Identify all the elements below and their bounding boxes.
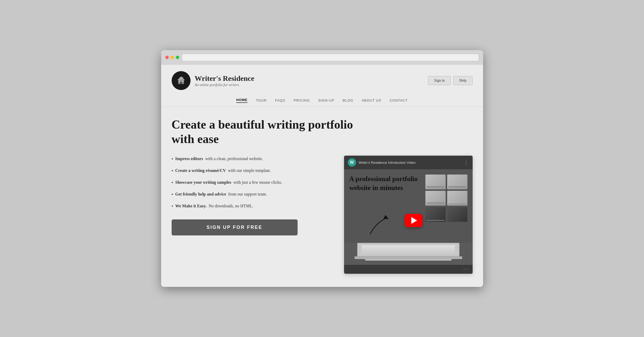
video-overlay-text: A professional portfolio website in minu… bbox=[349, 175, 421, 192]
bullet-bold: Create a writing résumé/CV bbox=[175, 167, 226, 174]
thumb-line bbox=[426, 187, 445, 188]
thumbnail-inner bbox=[425, 191, 446, 206]
logo-area: Writer's Residence An online portfolio f… bbox=[172, 71, 254, 90]
thumb-line bbox=[426, 204, 445, 204]
play-button-area bbox=[405, 214, 423, 227]
thumb-line bbox=[426, 186, 445, 187]
bullet-rest: with a clean, professional website. bbox=[205, 156, 263, 162]
channel-avatar: W bbox=[348, 158, 356, 167]
thumbnail bbox=[447, 175, 467, 189]
main-content: Create a beautiful writing portfolio wit… bbox=[161, 107, 483, 287]
thumb-line bbox=[448, 204, 466, 204]
bullet-bold: Get friendly help and advice bbox=[175, 191, 226, 197]
list-item: Impress editors with a clean, profession… bbox=[172, 156, 334, 163]
thumbnail-inner bbox=[447, 191, 467, 206]
thumb-line bbox=[426, 220, 445, 221]
thumbnail-inner-dark bbox=[447, 207, 467, 222]
address-bar[interactable] bbox=[182, 54, 479, 61]
thumbnail bbox=[447, 207, 467, 222]
thumbnail bbox=[425, 175, 446, 189]
play-button[interactable] bbox=[405, 214, 423, 227]
laptop-stand bbox=[365, 259, 452, 261]
video-channel: W Writer's Residence Introduction Video bbox=[348, 158, 416, 167]
browser-window: Writer's Residence An online portfolio f… bbox=[161, 50, 483, 287]
video-bottom-bar: ··· bbox=[344, 265, 473, 274]
bullet-bold: Impress editors bbox=[175, 156, 203, 162]
left-column: Impress editors with a clean, profession… bbox=[172, 156, 334, 235]
arrow-icon bbox=[365, 210, 397, 236]
video-top-bar: W Writer's Residence Introduction Video … bbox=[344, 156, 473, 169]
nav-item-about[interactable]: ABOUT US bbox=[362, 98, 381, 102]
video-thumbnails bbox=[425, 175, 467, 222]
logo-text: Writer's Residence An online portfolio f… bbox=[195, 74, 254, 87]
svg-marker-6 bbox=[383, 215, 389, 219]
logo-title: Writer's Residence bbox=[195, 74, 254, 83]
hero-heading: Create a beautiful writing portfolio wit… bbox=[172, 117, 366, 146]
video-main-area: A professional portfolio website in minu… bbox=[344, 169, 473, 243]
svg-marker-0 bbox=[177, 76, 185, 80]
traffic-light-yellow[interactable] bbox=[171, 56, 174, 59]
help-button[interactable]: Help bbox=[453, 76, 472, 85]
arrow-overlay bbox=[365, 210, 397, 238]
feature-list: Impress editors with a clean, profession… bbox=[172, 156, 334, 210]
bullet-rest: with just a few mouse clicks. bbox=[233, 179, 282, 186]
nav-item-faqs[interactable]: FAQS bbox=[275, 98, 285, 102]
nav-item-home[interactable]: HOME bbox=[236, 98, 247, 103]
svg-rect-3 bbox=[179, 81, 180, 82]
svg-rect-4 bbox=[182, 81, 183, 82]
header: Writer's Residence An online portfolio f… bbox=[161, 65, 483, 95]
browser-chrome bbox=[161, 50, 483, 65]
nav-container: HOME TOUR FAQS PRICING SIGN-UP BLOG ABOU… bbox=[161, 95, 483, 107]
thumbnail bbox=[425, 207, 446, 222]
sign-in-button[interactable]: Sign in bbox=[428, 76, 451, 85]
play-icon bbox=[411, 217, 417, 224]
bottom-dots[interactable]: ··· bbox=[463, 267, 469, 272]
video-title: Writer's Residence Introduction Video bbox=[359, 161, 416, 165]
bullet-bold: We Make it Easy. bbox=[175, 203, 207, 209]
nav-item-signup[interactable]: SIGN-UP bbox=[318, 98, 334, 102]
list-item: Create a writing résumé/CV with our simp… bbox=[172, 167, 334, 175]
thumbnail-inner-dark bbox=[425, 207, 446, 222]
bullet-rest: from our support team. bbox=[228, 191, 267, 197]
laptop-screen-content bbox=[362, 245, 455, 254]
video-laptop-section bbox=[344, 243, 473, 265]
logo-subtitle: An online portfolio for writers bbox=[195, 83, 254, 87]
thumbnail-inner bbox=[447, 175, 467, 189]
logo-icon bbox=[172, 71, 191, 90]
two-column-layout: Impress editors with a clean, profession… bbox=[172, 156, 473, 274]
nav-item-tour[interactable]: TOUR bbox=[256, 98, 267, 102]
thumb-line bbox=[448, 186, 466, 187]
nav-item-pricing[interactable]: PRICING bbox=[294, 98, 310, 102]
traffic-lights bbox=[165, 56, 179, 63]
bullet-rest: with our simple template. bbox=[228, 167, 271, 174]
video-menu-dots[interactable]: ⋮ bbox=[464, 160, 469, 165]
nav-item-contact[interactable]: CONTACT bbox=[390, 98, 408, 102]
nav-item-blog[interactable]: BLOG bbox=[343, 98, 353, 102]
page-content: Writer's Residence An online portfolio f… bbox=[161, 65, 483, 287]
laptop-screen bbox=[357, 243, 460, 256]
bullet-bold: Showcase your writing samples bbox=[175, 179, 231, 186]
thumbnail bbox=[447, 191, 467, 206]
thumb-line bbox=[426, 202, 445, 203]
thumbnail bbox=[425, 191, 446, 206]
list-item: We Make it Easy. No downloads, no HTML. bbox=[172, 203, 334, 210]
thumbnail-inner bbox=[425, 175, 446, 189]
thumb-line bbox=[448, 187, 466, 188]
video-panel: W Writer's Residence Introduction Video … bbox=[344, 156, 473, 274]
list-item: Get friendly help and advice from our su… bbox=[172, 191, 334, 198]
header-buttons: Sign in Help bbox=[428, 76, 472, 85]
laptop-base bbox=[355, 256, 462, 259]
traffic-light-red[interactable] bbox=[165, 56, 169, 59]
nav-bar: HOME TOUR FAQS PRICING SIGN-UP BLOG ABOU… bbox=[172, 98, 473, 103]
bullet-rest: No downloads, no HTML. bbox=[209, 203, 253, 209]
svg-rect-5 bbox=[182, 77, 183, 79]
list-item: Showcase your writing samples with just … bbox=[172, 179, 334, 186]
svg-rect-2 bbox=[180, 82, 182, 84]
traffic-light-green[interactable] bbox=[176, 56, 179, 59]
house-icon bbox=[175, 75, 187, 86]
signup-button[interactable]: SIGN UP FOR FREE bbox=[172, 219, 298, 235]
